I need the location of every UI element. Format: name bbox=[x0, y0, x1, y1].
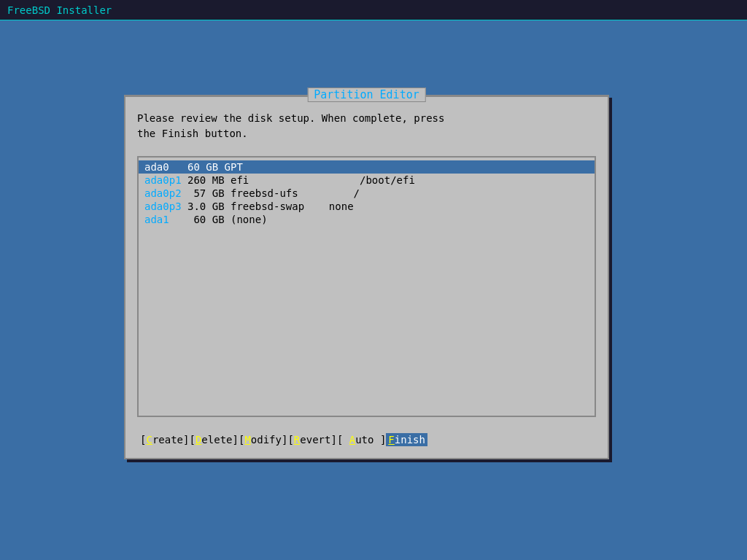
partition-device-name: ada0p1 bbox=[144, 174, 182, 186]
partition-device-name: ada0p2 bbox=[144, 187, 182, 199]
buttons-bar: [Create] [Delete] [Modify] [Revert] [ Au… bbox=[137, 429, 596, 451]
partition-info: 3.0 GB freebsd-swap none bbox=[182, 201, 354, 212]
partition-device-name: ada0p3 bbox=[144, 201, 182, 212]
partition-row[interactable]: ada0p1 260 MB efi /boot/efi bbox=[139, 174, 595, 187]
top-bar: FreeBSD Installer bbox=[0, 0, 747, 20]
btn-auto[interactable]: [ Auto ] bbox=[337, 434, 386, 446]
partition-row[interactable]: ada0 60 GB GPT bbox=[139, 160, 595, 174]
btn-finish[interactable]: Finish bbox=[386, 433, 427, 446]
partition-device-name: ada1 bbox=[144, 214, 169, 225]
hotkey-create: C bbox=[146, 434, 152, 446]
partition-info: 60 GB GPT bbox=[169, 161, 243, 173]
hotkey-auto: A bbox=[349, 434, 355, 446]
btn-modify[interactable]: [Modify] bbox=[239, 434, 287, 446]
partition-row[interactable]: ada1 60 GB (none) bbox=[139, 213, 595, 226]
app-title: FreeBSD Installer bbox=[7, 4, 112, 16]
dialog-content: Please review the disk setup. When compl… bbox=[125, 96, 608, 458]
hotkey-modify: M bbox=[244, 434, 250, 446]
partition-info: 60 GB (none) bbox=[169, 214, 268, 225]
dialog-title: Partition Editor bbox=[307, 88, 426, 102]
btn-delete[interactable]: [Delete] bbox=[189, 434, 238, 446]
partition-editor-dialog: Partition Editor Please review the disk … bbox=[124, 95, 609, 459]
description-text: Please review the disk setup. When compl… bbox=[137, 111, 596, 141]
partition-row[interactable]: ada0p3 3.0 GB freebsd-swap none bbox=[139, 200, 595, 213]
partition-info: 260 MB efi /boot/efi bbox=[182, 174, 415, 186]
btn-revert[interactable]: [Revert] bbox=[287, 434, 336, 446]
partition-info: 57 GB freebsd-ufs / bbox=[182, 187, 360, 199]
hotkey-finish: F bbox=[388, 434, 394, 446]
btn-create[interactable]: [Create] bbox=[140, 434, 189, 446]
partition-list[interactable]: ada0 60 GB GPTada0p1 260 MB efi /boot/ef… bbox=[137, 156, 596, 417]
partition-row[interactable]: ada0p2 57 GB freebsd-ufs / bbox=[139, 187, 595, 200]
partition-device-name: ada0 bbox=[144, 161, 169, 173]
